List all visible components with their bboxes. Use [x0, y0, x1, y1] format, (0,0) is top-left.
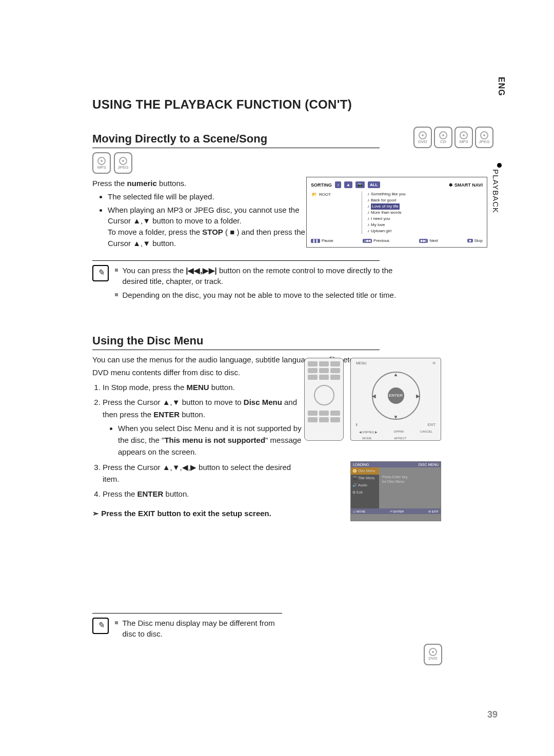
pause-pill-icon: ❚❚	[311, 239, 320, 243]
section2-note: The Disc menu display may be different f…	[115, 618, 289, 642]
stop-pill-icon: ■	[467, 239, 472, 242]
step-4: Press the ENTER button.	[103, 488, 308, 500]
exit-button-icon: EXIT	[427, 423, 436, 427]
disc-badge-dvd-2: DVD	[424, 644, 442, 665]
menu-item-exit: ⚙ Exit	[351, 489, 379, 496]
bullet-cursor-folder: When playing an MP3 or JPEG disc, you ca…	[108, 205, 313, 249]
page-number: 39	[487, 709, 498, 720]
side-tab-language: ENG	[497, 77, 506, 96]
smart-navi-label: ✽ SMART NAVI	[449, 182, 483, 188]
step-1: In Stop mode, press the MENU button.	[103, 381, 308, 393]
exit-line: Press the EXIT button to exit the setup …	[92, 509, 503, 518]
controls-illustration: MENU ⟲ ▲▼◀▶ ℹ EXIT ◀ DSP/EQ ▶ DPPMI CANC…	[350, 358, 441, 441]
tab-photo-icon: 📷	[355, 181, 365, 188]
sorting-screenshot: SORTING ♪ ▲ 📷 ALL ✽ SMART NAVI 📂 ROOT ♪ …	[306, 177, 487, 248]
side-dot-icon	[497, 163, 502, 168]
section2-intro1: You can use the menus for the audio lang…	[92, 354, 503, 365]
disc-menu-screenshot: LOADINGDISC MENU 📀 Disc Menu 🎬 Title Men…	[350, 461, 441, 521]
step-3: Press the Cursor ▲,▼,◀,▶ button to selec…	[103, 461, 308, 485]
return-button-icon: ⟲	[432, 361, 436, 365]
bullet-selected-file: The selected file will be played.	[108, 191, 313, 202]
disc-badge-mp3-small: MP3	[92, 152, 111, 174]
disc-badge-cd: CD	[434, 127, 452, 148]
disc-badge-dvd: DVD	[413, 127, 432, 148]
sorting-footer: ❚❚Pause |◀◀Previous ▶▶|Next ■Stop	[311, 238, 483, 243]
song-5: ♪ My love	[367, 222, 406, 228]
section1-badges: MP3 JPEG	[92, 152, 503, 174]
info-button-icon: ℹ	[356, 423, 358, 427]
menu-item-disc: 📀 Disc Menu	[351, 467, 379, 475]
song-3: ♪ More than words	[367, 210, 406, 216]
section1-bullets: The selected file will be played. When p…	[92, 191, 313, 249]
song-list: ♪ Something like you ♪ Back for good ♪ L…	[367, 191, 406, 234]
remote-illustration	[304, 358, 344, 441]
side-tab-section: PLAYBACK	[491, 169, 500, 213]
sorting-label: SORTING	[311, 182, 332, 188]
song-0: ♪ Something like you	[367, 191, 406, 197]
disc-badge-mp3: MP3	[454, 127, 473, 148]
next-pill-icon: ▶▶|	[419, 239, 428, 243]
section2-intro2: DVD menu contents differ from disc to di…	[92, 367, 503, 378]
section2-badge-row: DVD	[424, 644, 442, 665]
song-2: ♪ Love of my life	[367, 203, 406, 210]
disc-badge-jpeg-small: JPEG	[114, 152, 132, 174]
note-icon: ✎	[92, 265, 109, 281]
section2-heading: Using the Disc Menu	[92, 334, 380, 350]
step-2: Press the Cursor ▲,▼ button to move to D…	[103, 396, 308, 458]
note-icon-2: ✎	[92, 618, 109, 634]
section1-notes: You can press the |◀◀,▶▶| button on the …	[115, 265, 402, 303]
step-2-sub: When you select Disc Menu and it is not …	[118, 422, 308, 458]
page-title: USING THE PLAYBACK FUNCTION (CON'T)	[92, 97, 503, 112]
song-1: ♪ Back for good	[367, 197, 406, 203]
section1-heading: Moving Directly to a Scene/Song	[92, 132, 380, 148]
tab-all-icon: ALL	[368, 181, 380, 188]
tab-up-icon: ▲	[344, 181, 352, 188]
tab-music-icon: ♪	[335, 181, 341, 188]
menu-item-title: 🎬 Title Menu	[351, 475, 379, 482]
prev-pill-icon: |◀◀	[363, 239, 372, 243]
menu-button-icon: MENU	[356, 361, 367, 365]
top-disc-badges: DVD CD MP3 JPEG	[413, 127, 493, 148]
song-4: ♪ I need you	[367, 216, 406, 222]
section2-steps: In Stop mode, press the MENU button. Pre…	[92, 381, 308, 500]
menu-item-audio: 🔊 Audio	[351, 482, 379, 489]
dpad-icon: ▲▼◀▶	[372, 372, 420, 420]
root-folder: 📂 ROOT	[312, 192, 361, 197]
song-6: ♪ Uptown girl	[367, 228, 406, 234]
disc-badge-jpeg: JPEG	[475, 127, 493, 148]
